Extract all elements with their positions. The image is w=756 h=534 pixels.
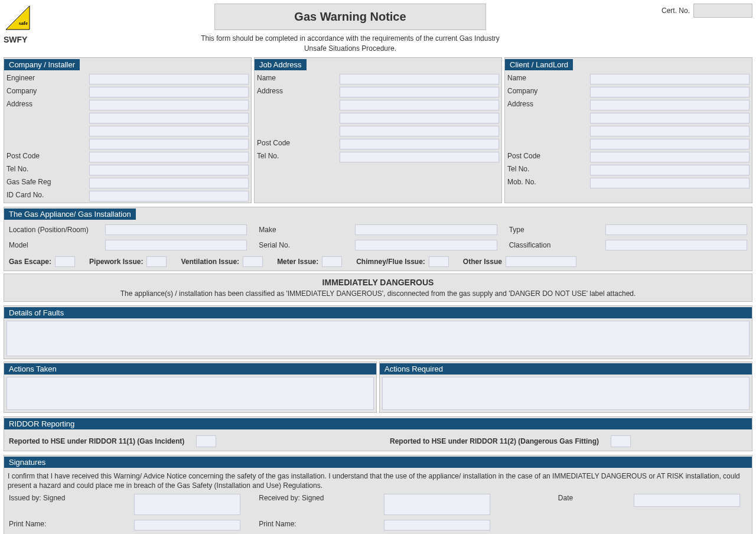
page-subtitle: This form should be completed in accorda… (45, 34, 656, 54)
job-name-input[interactable] (340, 74, 499, 84)
appliance-classification-input[interactable] (605, 240, 747, 250)
client-address-label: Address (505, 99, 588, 112)
issue-meter-label: Meter Issue: (277, 258, 318, 266)
company-id-card-label: ID Card No. (4, 190, 87, 203)
appliance-panel: The Gas Appliance/ Gas Installation Loca… (4, 207, 752, 271)
issue-gas-escape-label: Gas Escape: (9, 258, 51, 266)
issued-print-name-label: Print Name: (9, 520, 122, 528)
gas-safe-logo-icon: safe (4, 4, 32, 32)
actions-taken-panel: Actions Taken (4, 362, 377, 413)
client-name-input[interactable] (590, 74, 750, 84)
actions-required-panel: Actions Required (379, 362, 752, 413)
appliance-location-input[interactable] (105, 224, 247, 235)
issued-by-signature[interactable] (134, 494, 240, 515)
issue-chimney-input[interactable] (429, 256, 449, 267)
company-gas-safe-reg-input[interactable] (89, 178, 249, 188)
issue-chimney-label: Chimney/Flue Issue: (356, 258, 425, 266)
company-engineer-input[interactable] (89, 74, 249, 84)
company-company-input[interactable] (89, 87, 249, 97)
riddor-section-title: RIDDOR Reporting (4, 418, 752, 429)
client-postcode-input[interactable] (590, 152, 750, 162)
job-panel: Job Address Name Address Post Code Tel N… (254, 57, 502, 203)
issue-pipework-input[interactable] (146, 256, 167, 267)
client-address-input-4[interactable] (590, 139, 750, 149)
issue-meter-input[interactable] (322, 256, 342, 267)
job-postcode-label: Post Code (255, 138, 337, 151)
appliance-location-label: Location (Position/Room) (9, 226, 100, 234)
company-postcode-input[interactable] (89, 152, 249, 162)
issue-gas-escape-input[interactable] (55, 256, 75, 267)
issue-ventilation-label: Ventilation Issue: (181, 258, 239, 266)
appliance-model-label: Model (9, 241, 100, 249)
riddor-panel: RIDDOR Reporting Reported to HSE under R… (4, 416, 752, 451)
brand-text: SWFY (4, 35, 39, 44)
riddor-1-label: Reported to HSE under RIDDOR 11(1) (Gas … (9, 437, 184, 445)
job-address-input-4[interactable] (340, 126, 499, 136)
danger-text: The appliance(s) / installation has been… (8, 289, 748, 298)
client-postcode-label: Post Code (505, 151, 588, 164)
company-panel: Company / Installer Engineer Company Add… (4, 57, 252, 203)
job-section-title: Job Address (255, 59, 307, 70)
faults-section-title: Details of Faults (4, 307, 752, 318)
appliance-serial-label: Serial No. (259, 241, 350, 249)
job-address-input-1[interactable] (340, 87, 499, 97)
issue-pipework-label: Pipework Issue: (89, 258, 143, 266)
actions-taken-textarea[interactable] (6, 377, 374, 410)
appliance-type-input[interactable] (605, 224, 747, 235)
appliance-model-input[interactable] (105, 240, 247, 250)
job-tel-label: Tel No. (255, 151, 337, 164)
company-address-input-3[interactable] (89, 126, 249, 136)
client-address-input-1[interactable] (590, 100, 750, 110)
client-mob-label: Mob. No. (505, 177, 588, 190)
logo-block: safe SWFY (4, 4, 39, 44)
signatures-confirm-text: I confirm that I have received this Warn… (4, 470, 752, 491)
company-postcode-label: Post Code (4, 151, 87, 164)
job-address-label: Address (255, 86, 337, 99)
client-name-label: Name (505, 73, 588, 86)
company-address-input-4[interactable] (89, 139, 249, 149)
riddor-2-input[interactable] (611, 435, 631, 447)
actions-required-textarea[interactable] (382, 377, 750, 410)
received-by-signature[interactable] (384, 494, 490, 515)
date-input[interactable] (634, 494, 740, 507)
page-title: Gas Warning Notice (214, 4, 486, 30)
company-address-input-2[interactable] (89, 113, 249, 123)
signatures-section-title: Signatures (4, 457, 752, 468)
client-company-input[interactable] (590, 87, 750, 97)
actions-required-title: Actions Required (380, 363, 752, 375)
client-address-input-3[interactable] (590, 126, 750, 136)
company-tel-input[interactable] (89, 165, 249, 175)
issued-by-label: Issued by: Signed (9, 494, 122, 502)
client-mob-input[interactable] (590, 178, 750, 188)
client-tel-input[interactable] (590, 165, 750, 175)
job-address-input-2[interactable] (340, 100, 499, 110)
issued-print-name-input[interactable] (134, 520, 240, 530)
appliance-make-input[interactable] (355, 224, 497, 235)
received-print-name-input[interactable] (384, 520, 490, 530)
riddor-1-input[interactable] (196, 435, 216, 447)
job-address-input-3[interactable] (340, 113, 499, 123)
subtitle-line1: This form should be completed in accorda… (201, 34, 500, 43)
company-address-input-1[interactable] (89, 100, 249, 110)
job-postcode-input[interactable] (340, 139, 499, 149)
job-tel-input[interactable] (340, 152, 499, 162)
company-tel-label: Tel No. (4, 164, 87, 177)
cert-no-input[interactable] (693, 4, 752, 18)
danger-heading: IMMEDIATELY DANGEROUS (8, 278, 748, 287)
client-address-input-2[interactable] (590, 113, 750, 123)
faults-textarea[interactable] (6, 321, 750, 356)
issue-other-label: Other Issue (463, 258, 502, 266)
subtitle-line2: Unsafe Situations Procedure. (304, 44, 396, 53)
company-id-card-input[interactable] (89, 191, 249, 201)
company-address-label: Address (4, 99, 87, 112)
signatures-panel: Signatures I confirm that I have receive… (4, 455, 752, 534)
client-section-title: Client / LandLord (505, 59, 573, 70)
received-print-name-label: Print Name: (259, 520, 372, 528)
faults-panel: Details of Faults (4, 305, 752, 359)
client-panel: Client / LandLord Name Company Address P… (504, 57, 752, 203)
appliance-type-label: Type (509, 226, 601, 234)
job-name-label: Name (255, 73, 337, 86)
issue-ventilation-input[interactable] (243, 256, 263, 267)
appliance-serial-input[interactable] (355, 240, 497, 250)
issue-other-input[interactable] (506, 256, 576, 267)
